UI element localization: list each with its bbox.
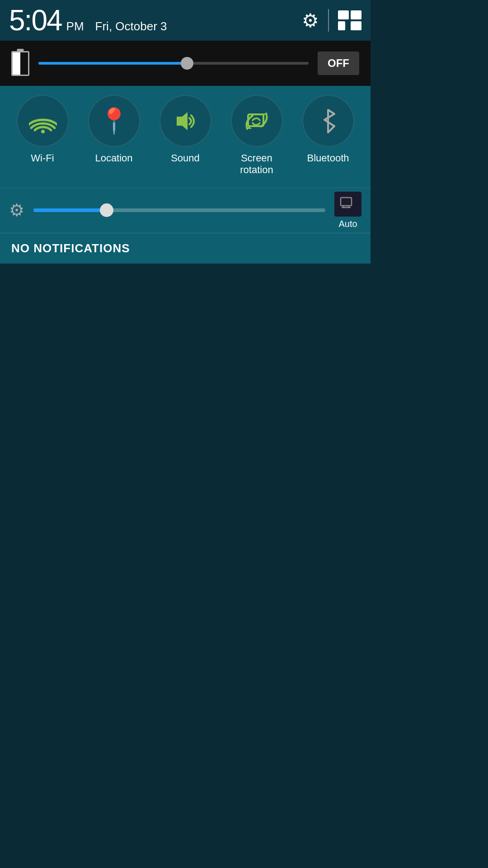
screen-rotation-icon [244, 108, 270, 134]
auto-icon [340, 196, 356, 212]
wifi-label: Wi-Fi [31, 152, 54, 164]
battery-icon [11, 51, 29, 76]
brightness-thumb [181, 57, 193, 70]
wifi-circle [17, 95, 69, 147]
multi-window-icon[interactable] [338, 10, 361, 30]
svg-rect-3 [341, 198, 352, 206]
quick-setting-wifi[interactable]: Wi-Fi [17, 95, 69, 164]
empty-area [0, 264, 371, 868]
auto-brightness-section[interactable]: Auto [334, 192, 361, 229]
off-button[interactable]: OFF [318, 52, 359, 75]
auto-label: Auto [338, 219, 357, 229]
icon-divider [328, 9, 329, 32]
settings-gear-icon[interactable]: ⚙ [302, 9, 319, 32]
brightness-panel-top: OFF [0, 41, 371, 86]
brightness-slider-2[interactable] [33, 208, 325, 212]
quick-setting-screen-rotation[interactable]: Screen rotation [231, 95, 283, 176]
screen-rotation-circle [231, 95, 283, 147]
svg-marker-1 [177, 112, 188, 130]
svg-point-0 [41, 130, 45, 133]
screen-rotation-label: Screen rotation [240, 152, 273, 176]
battery-fill [13, 52, 20, 75]
brightness-panel-bottom: ⚙ Auto [0, 188, 371, 233]
clock-time: 5:04 [9, 4, 62, 37]
bluetooth-circle [302, 95, 354, 147]
brightness-gear-icon: ⚙ [9, 200, 24, 220]
quick-settings-panel: Wi-Fi 📍 Location Sound [0, 86, 371, 188]
location-label: Location [95, 152, 132, 164]
status-bar: 5:04 PM Fri, October 3 ⚙ [0, 0, 371, 41]
quick-settings-row: Wi-Fi 📍 Location Sound [7, 95, 364, 176]
bluetooth-icon [317, 108, 339, 135]
clock-ampm: PM [66, 19, 84, 33]
no-notifications-bar: NO NOTIFICATIONS [0, 233, 371, 264]
brightness-fill [38, 62, 187, 65]
no-notifications-text: NO NOTIFICATIONS [11, 241, 130, 255]
sound-circle [160, 95, 211, 147]
auto-box [334, 192, 361, 217]
status-icons: ⚙ [302, 9, 361, 32]
brightness-thumb-2 [100, 203, 113, 217]
wifi-icon [29, 111, 56, 131]
sound-icon [172, 110, 198, 132]
quick-setting-bluetooth[interactable]: Bluetooth [302, 95, 354, 164]
brightness-slider[interactable] [38, 62, 309, 65]
date-display: Fri, October 3 [95, 19, 167, 33]
quick-setting-location[interactable]: 📍 Location [88, 95, 140, 164]
sound-label: Sound [171, 152, 200, 164]
time-section: 5:04 PM Fri, October 3 [9, 4, 167, 37]
brightness-fill-2 [33, 208, 107, 212]
bluetooth-label: Bluetooth [307, 152, 349, 164]
location-circle: 📍 [88, 95, 140, 147]
location-icon: 📍 [99, 108, 130, 133]
quick-setting-sound[interactable]: Sound [160, 95, 211, 164]
